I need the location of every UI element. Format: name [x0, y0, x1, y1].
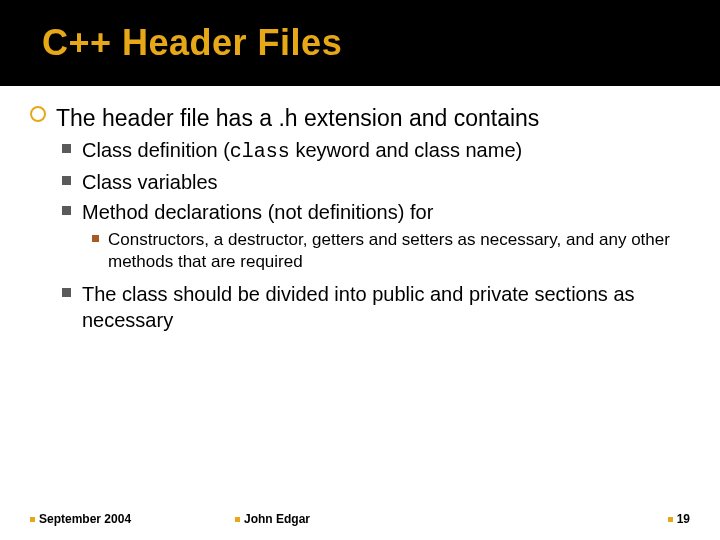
square-icon [62, 206, 71, 215]
bullet-text: The class should be divided into public … [82, 283, 635, 331]
bullet-level1: The header file has a .h extension and c… [30, 104, 690, 133]
content-area: The header file has a .h extension and c… [0, 86, 720, 333]
bullet-text: Method declarations (not definitions) fo… [82, 201, 433, 223]
code-text: class [230, 140, 290, 163]
bullet-level2: Method declarations (not definitions) fo… [30, 199, 690, 225]
footer-author-text: John Edgar [244, 512, 310, 526]
footer-author: John Edgar [235, 512, 668, 526]
square-icon [62, 176, 71, 185]
title-band: C++ Header Files [0, 0, 720, 86]
bullet-icon [668, 517, 673, 522]
circle-icon [30, 106, 46, 122]
text-part: Class definition ( [82, 139, 230, 161]
bullet-text: Constructors, a destructor, getters and … [108, 230, 670, 271]
square-icon [62, 144, 71, 153]
bullet-icon [235, 517, 240, 522]
footer-date-text: September 2004 [39, 512, 131, 526]
bullet-level3: Constructors, a destructor, getters and … [30, 229, 690, 273]
footer: September 2004 John Edgar 19 [0, 512, 720, 526]
bullet-text: Class variables [82, 171, 218, 193]
slide-title: C++ Header Files [42, 22, 720, 64]
bullet-level2: Class definition (class keyword and clas… [30, 137, 690, 165]
text-part: keyword and class name) [290, 139, 522, 161]
bullet-icon [30, 517, 35, 522]
bullet-level2: The class should be divided into public … [30, 281, 690, 333]
square-icon [62, 288, 71, 297]
footer-page-number: 19 [677, 512, 690, 526]
footer-date: September 2004 [30, 512, 235, 526]
bullet-level2: Class variables [30, 169, 690, 195]
footer-page: 19 [668, 512, 690, 526]
bullet-text: Class definition (class keyword and clas… [82, 139, 522, 161]
small-square-icon [92, 235, 99, 242]
bullet-text: The header file has a .h extension and c… [56, 105, 539, 131]
